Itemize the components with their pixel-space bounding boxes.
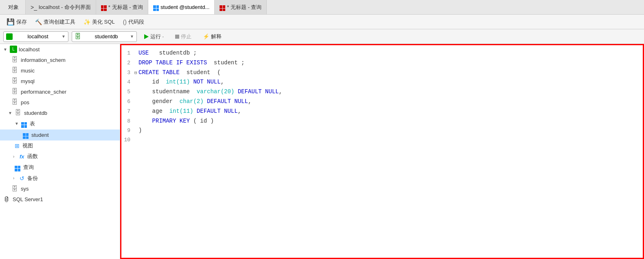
sidebar-item-information-schema[interactable]: 🗄 information_schem bbox=[0, 55, 120, 65]
run-label: 运行 · bbox=[150, 33, 164, 40]
code-line-9: 9 ) bbox=[121, 126, 643, 136]
tab-untitled1-label: * 无标题 - 查询 bbox=[108, 4, 143, 11]
toolbar: 💾 保存 🔨 查询创建工具 ✨ 美化 SQL () 代码段 bbox=[0, 15, 644, 29]
views-icon: ⊞ bbox=[15, 143, 20, 149]
code-segment-button[interactable]: () 代码段 bbox=[120, 17, 147, 27]
line-num-10: 10 bbox=[121, 136, 134, 145]
tab-objects[interactable]: 对象 bbox=[2, 0, 26, 14]
db-icon-pos: 🗄 bbox=[11, 99, 18, 106]
db-icon-info: 🗄 bbox=[11, 56, 18, 64]
db-icon-studentdb: 🗄 bbox=[15, 109, 21, 116]
conn-host-label: localhost bbox=[27, 33, 48, 40]
sidebar-backups-label: 备份 bbox=[27, 175, 38, 182]
db-icon-perf: 🗄 bbox=[11, 88, 18, 95]
sidebar-item-student-table[interactable]: student bbox=[0, 130, 120, 141]
db-select-label: studentdb bbox=[95, 33, 118, 40]
stop-icon bbox=[175, 35, 179, 39]
code-line-5: 5 studentname varchar(20) DEFAULT NULL, bbox=[121, 87, 643, 97]
play-icon bbox=[144, 34, 149, 39]
run-button[interactable]: 运行 · bbox=[140, 32, 168, 42]
sidebar-music-label: music bbox=[21, 68, 35, 74]
sidebar-item-performance-schema[interactable]: 🗄 performance_scher bbox=[0, 86, 120, 97]
sidebar-functions-label: 函数 bbox=[27, 153, 38, 160]
conn-host-icon bbox=[6, 33, 13, 40]
sidebar-item-pos[interactable]: 🗄 pos bbox=[0, 97, 120, 108]
sidebar-info-label: information_schem bbox=[21, 57, 66, 63]
save-button[interactable]: 💾 保存 bbox=[3, 17, 30, 27]
code-line-2: 2 DROP TABLE IF EXISTS student ; bbox=[121, 58, 643, 68]
explain-label: 解释 bbox=[211, 33, 222, 40]
tab-untitled1[interactable]: * 无标题 - 查询 bbox=[96, 0, 148, 14]
functions-icon: fx bbox=[20, 154, 24, 160]
database-select[interactable]: 🗄 studentdb ▼ bbox=[72, 31, 137, 42]
editor-area[interactable]: 1 USE studentdb ; 2 DROP TABLE IF EXISTS… bbox=[120, 44, 644, 259]
queries-icon bbox=[15, 163, 20, 171]
sidebar-item-mysql[interactable]: 🗄 mysql bbox=[0, 76, 120, 86]
tab-untitled2[interactable]: * 无标题 - 查询 bbox=[215, 0, 267, 14]
line-content-7: age int(11) DEFAULT NULL, bbox=[138, 107, 640, 116]
sidebar-item-sqlserver1[interactable]: 🛢 SQL Server1 bbox=[0, 194, 120, 205]
sidebar-item-views[interactable]: ⊞ 视图 bbox=[0, 140, 120, 151]
sidebar-localhost-label: localhost bbox=[19, 46, 40, 53]
code-line-1: 1 USE studentdb ; bbox=[121, 48, 643, 58]
line-marker-3: ⊟ bbox=[134, 69, 138, 77]
blue-grid-icon-1 bbox=[153, 3, 159, 11]
tab-student[interactable]: student @studentd... bbox=[148, 0, 215, 14]
explain-icon: ⚡ bbox=[203, 33, 209, 40]
code-segment-label: 代码段 bbox=[128, 18, 144, 26]
line-content-8: PRIMARY KEY ( id ) bbox=[138, 116, 640, 126]
explain-button[interactable]: ⚡ 解释 bbox=[199, 32, 226, 42]
sidebar-item-sys[interactable]: 🗄 sys bbox=[0, 184, 120, 194]
query-tool-button[interactable]: 🔨 查询创建工具 bbox=[32, 17, 79, 27]
code-line-10: 10 bbox=[121, 136, 643, 145]
main-layout: ▼ L localhost 🗄 information_schem 🗄 musi… bbox=[0, 44, 644, 259]
tab-cmd-label: localhost - 命令列界面 bbox=[39, 4, 91, 11]
sidebar-item-queries[interactable]: 查询 bbox=[0, 162, 120, 173]
tab-bar: 对象 >_ localhost - 命令列界面 * 无标题 - 查询 stude… bbox=[0, 0, 644, 15]
code-line-8: 8 PRIMARY KEY ( id ) bbox=[121, 116, 643, 126]
line-num-8: 8 bbox=[121, 117, 134, 126]
red-grid-icon-2 bbox=[220, 3, 225, 11]
line-content-5: studentname varchar(20) DEFAULT NULL, bbox=[138, 87, 640, 97]
tables-icon bbox=[21, 120, 27, 128]
sidebar-student-table-label: student bbox=[31, 132, 49, 138]
tables-chevron: ▼ bbox=[15, 121, 20, 126]
code-line-4: 4 id int(11) NOT NULL, bbox=[121, 77, 643, 87]
line-content-9: ) bbox=[138, 126, 640, 136]
conn-host-arrow: ▼ bbox=[62, 34, 66, 39]
beautify-button[interactable]: ✨ 美化 SQL bbox=[80, 17, 118, 27]
connection-select[interactable]: localhost ▼ bbox=[3, 31, 68, 42]
sidebar-views-label: 视图 bbox=[22, 142, 33, 149]
tab-cmd[interactable]: >_ localhost - 命令列界面 bbox=[26, 0, 96, 14]
sidebar-item-music[interactable]: 🗄 music bbox=[0, 65, 120, 76]
sidebar-item-backups[interactable]: › ↺ 备份 bbox=[0, 173, 120, 184]
studentdb-chevron: ▼ bbox=[8, 111, 13, 115]
code-line-3: 3 ⊟ CREATE TABLE student ( bbox=[121, 68, 643, 78]
db-select-icon: 🗄 bbox=[75, 33, 81, 40]
line-num-2: 2 bbox=[121, 59, 134, 68]
sidebar: ▼ L localhost 🗄 information_schem 🗄 musi… bbox=[0, 44, 120, 259]
stop-label: 停止 bbox=[181, 33, 191, 40]
tab-student-label: student @studentd... bbox=[160, 4, 209, 10]
sidebar-item-localhost[interactable]: ▼ L localhost bbox=[0, 44, 120, 55]
save-icon: 💾 bbox=[7, 18, 15, 26]
student-table-icon bbox=[23, 131, 29, 139]
red-grid-icon-1 bbox=[101, 3, 107, 11]
line-content-4: id int(11) NOT NULL, bbox=[138, 77, 640, 87]
sqlserver-icon: 🛢 bbox=[3, 196, 10, 203]
sidebar-item-tables[interactable]: ▼ 表 bbox=[0, 118, 120, 130]
line-num-5: 5 bbox=[121, 88, 134, 97]
sidebar-studentdb-label: studentdb bbox=[24, 110, 47, 116]
tab-untitled2-label: * 无标题 - 查询 bbox=[227, 4, 262, 11]
sidebar-perf-label: performance_scher bbox=[21, 89, 66, 95]
query-tool-icon: 🔨 bbox=[35, 19, 42, 25]
line-num-7: 7 bbox=[121, 107, 134, 116]
stop-button[interactable]: 停止 bbox=[171, 32, 196, 42]
line-num-9: 9 bbox=[121, 126, 134, 135]
sidebar-item-studentdb[interactable]: ▼ 🗄 studentdb bbox=[0, 108, 120, 118]
line-num-4: 4 bbox=[121, 78, 134, 87]
code-line-7: 7 age int(11) DEFAULT NULL, bbox=[121, 107, 643, 116]
line-num-1: 1 bbox=[121, 49, 134, 58]
sidebar-tables-label: 表 bbox=[30, 120, 35, 127]
sidebar-item-functions[interactable]: › fx 函数 bbox=[0, 151, 120, 162]
